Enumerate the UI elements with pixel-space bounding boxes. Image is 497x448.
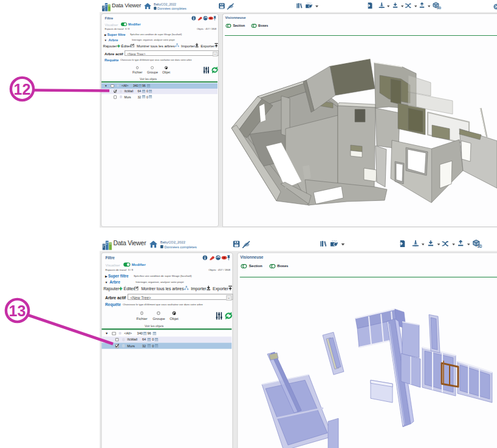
svg-text:12: 12 (14, 81, 31, 98)
svg-text:13: 13 (9, 302, 26, 319)
